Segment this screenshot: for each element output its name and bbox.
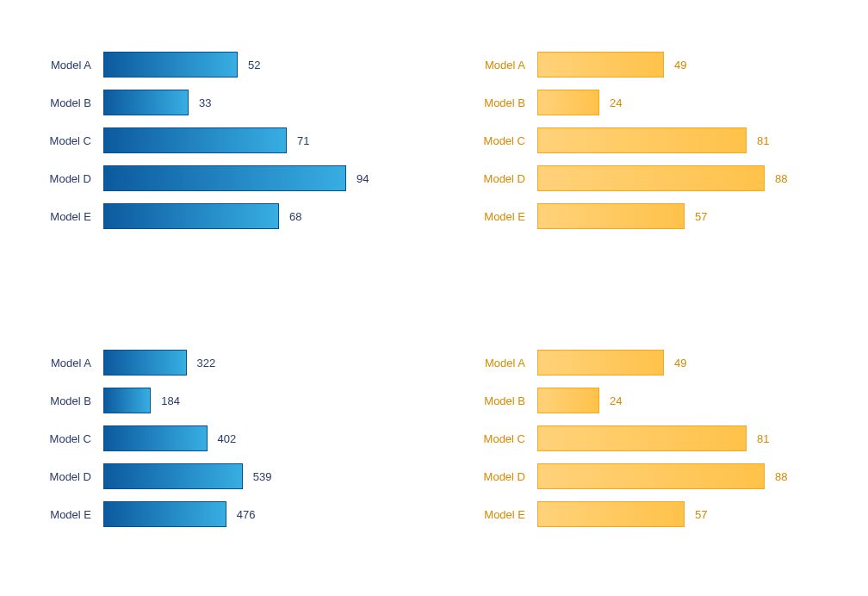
bar-row: Model C 402 (34, 425, 400, 451)
value-label: 57 (685, 508, 707, 521)
bar (537, 90, 599, 115)
category-label: Model D (468, 470, 537, 483)
value-label: 57 (685, 210, 707, 223)
bar-wrap (103, 425, 208, 451)
bar-row: Model E 476 (34, 501, 400, 527)
category-label: Model A (468, 59, 537, 71)
bar-wrap (103, 165, 346, 191)
chart-panel-1: Model A 49 Model B 24 Model C 81 Model D… (434, 0, 868, 298)
category-label: Model D (34, 172, 103, 185)
value-label: 24 (599, 394, 622, 407)
bar (103, 388, 151, 413)
value-label: 88 (765, 470, 787, 483)
bar-row: Model D 94 (34, 165, 400, 191)
chart-grid: Model A 52 Model B 33 Model C 71 Model D… (0, 0, 868, 596)
bar (103, 350, 187, 376)
bar-wrap (103, 52, 238, 78)
chart-panel-0: Model A 52 Model B 33 Model C 71 Model D… (0, 0, 434, 298)
value-label: 184 (151, 394, 180, 407)
bar-row: Model A 322 (34, 350, 400, 376)
bar-wrap (537, 165, 765, 191)
category-label: Model D (468, 172, 537, 185)
category-label: Model B (468, 394, 537, 407)
category-label: Model C (34, 432, 103, 445)
category-label: Model E (34, 210, 103, 223)
bar (103, 425, 208, 451)
bar-wrap (103, 501, 226, 527)
bar-wrap (537, 203, 685, 229)
bar-row: Model C 81 (468, 127, 834, 153)
category-label: Model E (468, 210, 537, 223)
bar-wrap (537, 90, 599, 115)
bar (537, 501, 685, 527)
bar (537, 388, 599, 413)
category-label: Model C (34, 134, 103, 147)
value-label: 476 (226, 508, 256, 521)
bar-row: Model D 88 (468, 165, 834, 191)
bar (537, 350, 664, 376)
bar-wrap (537, 52, 664, 78)
bar (103, 127, 287, 153)
value-label: 52 (238, 59, 260, 71)
bar-row: Model A 52 (34, 52, 400, 78)
value-label: 71 (287, 134, 309, 147)
category-label: Model A (468, 357, 537, 369)
bar (103, 165, 346, 191)
bar-wrap (537, 350, 664, 376)
bar-wrap (537, 388, 599, 413)
category-label: Model B (34, 96, 103, 109)
value-label: 81 (747, 432, 769, 445)
bar (103, 501, 226, 527)
bar-row: Model A 49 (468, 350, 834, 376)
category-label: Model E (468, 508, 537, 521)
category-label: Model C (468, 432, 537, 445)
bar (103, 52, 238, 78)
bar-wrap (103, 463, 243, 489)
value-label: 88 (765, 172, 787, 185)
bar-row: Model D 539 (34, 463, 400, 489)
bar-row: Model C 71 (34, 127, 400, 153)
bar (537, 425, 747, 451)
bar-wrap (103, 388, 151, 413)
category-label: Model A (34, 59, 103, 71)
bar-row: Model E 57 (468, 501, 834, 527)
bar-wrap (103, 90, 189, 115)
bar (537, 127, 747, 153)
value-label: 322 (187, 357, 216, 369)
bar-wrap (537, 501, 685, 527)
bar (103, 203, 279, 229)
bar (103, 463, 243, 489)
bar (537, 165, 765, 191)
category-label: Model B (34, 394, 103, 407)
value-label: 49 (664, 59, 686, 71)
value-label: 33 (189, 96, 211, 109)
bar (103, 90, 189, 115)
bar-row: Model B 24 (468, 388, 834, 413)
bar-row: Model D 88 (468, 463, 834, 489)
category-label: Model B (468, 96, 537, 109)
value-label: 402 (208, 432, 237, 445)
chart-panel-3: Model A 49 Model B 24 Model C 81 Model D… (434, 298, 868, 596)
value-label: 24 (599, 96, 622, 109)
bar-wrap (537, 425, 747, 451)
value-label: 81 (747, 134, 769, 147)
chart-panel-2: Model A 322 Model B 184 Model C 402 Mode… (0, 298, 434, 596)
bar-row: Model E 68 (34, 203, 400, 229)
category-label: Model C (468, 134, 537, 147)
bar-wrap (103, 203, 279, 229)
category-label: Model D (34, 470, 103, 483)
value-label: 94 (346, 172, 369, 185)
bar-wrap (103, 127, 287, 153)
bar (537, 463, 765, 489)
value-label: 68 (279, 210, 301, 223)
value-label: 539 (243, 470, 272, 483)
bar (537, 203, 685, 229)
bar-row: Model A 49 (468, 52, 834, 78)
bar-row: Model B 33 (34, 90, 400, 115)
bar-row: Model B 184 (34, 388, 400, 413)
bar-wrap (537, 127, 747, 153)
value-label: 49 (664, 357, 686, 369)
bar-wrap (537, 463, 765, 489)
category-label: Model A (34, 357, 103, 369)
category-label: Model E (34, 508, 103, 521)
